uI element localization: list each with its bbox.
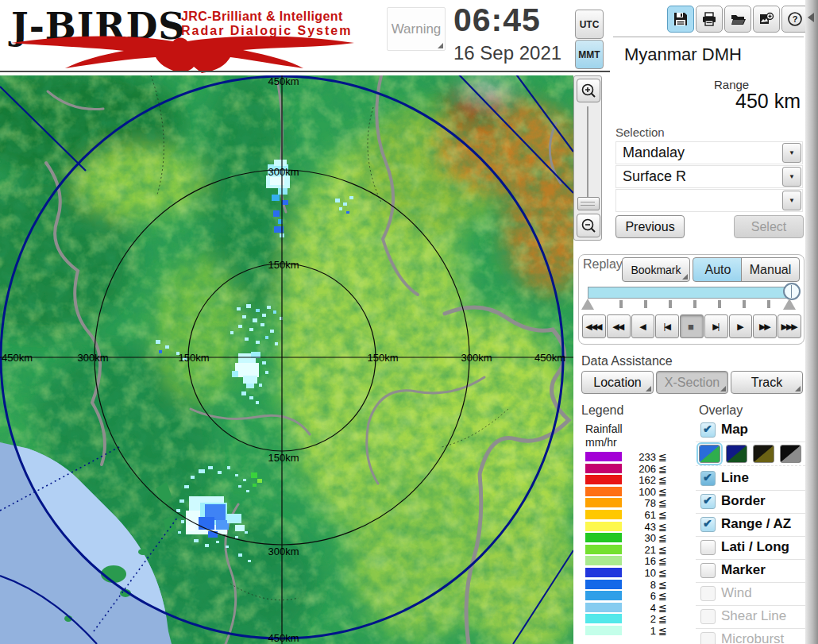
replay-progress-bar[interactable]: [588, 287, 797, 299]
overlay-row-line[interactable]: Line: [696, 467, 805, 491]
map-style-black-gray[interactable]: [780, 445, 801, 463]
clock-time: 06:45: [453, 2, 541, 39]
map-checkbox[interactable]: [700, 422, 716, 438]
save-button[interactable]: [667, 6, 694, 33]
overlay-row-range-az[interactable]: Range / AZ: [696, 513, 805, 537]
eagle-icon: [8, 35, 357, 73]
replay-label: Replay: [583, 257, 623, 272]
slider-tick: [669, 300, 672, 308]
overlay-row-map[interactable]: Map: [696, 418, 805, 442]
stop-button[interactable]: ■: [680, 314, 704, 338]
legend-row: 162≦: [578, 474, 686, 485]
bookmark-button[interactable]: Bookmark: [622, 257, 690, 282]
data-assistance-label: Data Assistance: [581, 354, 673, 368]
legend-row: 61≦: [578, 509, 686, 520]
mmt-button[interactable]: MMT: [575, 40, 604, 69]
slider-tick: [743, 300, 746, 308]
zoom-slider-track[interactable]: [587, 106, 588, 208]
border-checkbox[interactable]: [700, 494, 716, 509]
map-style-navy-darkgreen[interactable]: [726, 445, 747, 463]
open-folder-button[interactable]: [724, 6, 751, 33]
manual-mode-button[interactable]: Manual: [741, 257, 800, 282]
site-dropdown[interactable]: Mandalay ▼: [615, 141, 803, 164]
overlay-row-lati-long[interactable]: Lati / Long: [696, 536, 805, 560]
overlay-list: Map Line Border Range / AZ Lati / Long M…: [696, 418, 805, 644]
range-start-marker[interactable]: [581, 299, 594, 310]
jbirds-logo: J-BIRDS JRC-Brilliant & Intelligent Rada…: [8, 3, 373, 71]
x-section-button[interactable]: X-Section: [656, 371, 728, 394]
zoom-out-icon: [581, 218, 596, 233]
previous-button[interactable]: Previous: [615, 215, 685, 238]
line-checkbox[interactable]: [700, 471, 716, 486]
zoom-slider-handle[interactable]: [577, 197, 600, 210]
play-button[interactable]: ▶: [729, 314, 753, 338]
shear-line-checkbox: [700, 609, 716, 624]
station-name: Myanmar DMH: [624, 44, 804, 70]
panel-collapse-strip[interactable]: [805, 0, 818, 644]
range-label-h150-left: 150km: [178, 352, 209, 364]
panel-divider: [613, 37, 804, 37]
step-forward-button[interactable]: ▶|: [704, 314, 728, 338]
fast-forward-2-button[interactable]: ▶▶: [753, 314, 777, 338]
map-style-black-olive[interactable]: [753, 445, 774, 463]
legend-row: 8≦: [578, 579, 686, 590]
legend-row: 21≦: [578, 544, 686, 555]
legend-row: 1≦: [578, 625, 686, 636]
range-label-v150-top: 150km: [268, 259, 299, 271]
step-backward-button[interactable]: |◀: [655, 314, 679, 338]
legend-row: 2≦: [578, 613, 686, 624]
track-button[interactable]: Track: [731, 371, 803, 394]
overlay-row-microburst: Microburst: [696, 628, 805, 644]
map-style-blue-green[interactable]: [699, 445, 720, 463]
range-value: 450 km: [707, 90, 801, 113]
print-icon: [701, 11, 717, 27]
legend-unit-line2: mm/hr: [585, 436, 617, 449]
play-backward-button[interactable]: ◀: [631, 314, 655, 338]
range-az-checkbox[interactable]: [700, 517, 716, 532]
chevron-down-icon[interactable]: ▼: [782, 167, 801, 187]
wind-checkbox: [700, 586, 716, 601]
legend-row: 16≦: [578, 555, 686, 566]
legend-unit-line1: Rainfall: [585, 422, 623, 435]
open-folder-icon: [730, 11, 746, 27]
product-dropdown[interactable]: Surface R ▼: [615, 165, 803, 188]
location-button[interactable]: Location: [581, 371, 654, 394]
range-end-marker[interactable]: [783, 299, 796, 310]
legend-row: 206≦: [578, 463, 686, 474]
zoom-out-button[interactable]: [577, 214, 600, 237]
select-button[interactable]: Select: [734, 215, 804, 238]
print-button[interactable]: [696, 6, 723, 33]
range-label-h450-left: 450km: [2, 352, 33, 364]
overlay-title: Overlay: [699, 403, 743, 418]
fast-rewind-3-button[interactable]: ◀◀◀: [582, 314, 606, 338]
export-image-button[interactable]: [753, 6, 780, 33]
popup-corner-icon: [720, 386, 726, 391]
auto-mode-button[interactable]: Auto: [693, 257, 743, 282]
range-label-h150-right: 150km: [367, 352, 398, 364]
svg-text:?: ?: [793, 14, 798, 24]
help-button[interactable]: ?: [781, 6, 808, 33]
range-display: Range 450 km: [613, 75, 804, 114]
radar-map[interactable]: 450km 300km 150km 150km 300km 450km 450k…: [0, 75, 573, 644]
legend-row: 4≦: [578, 602, 686, 613]
utc-button[interactable]: UTC: [575, 10, 604, 39]
chevron-down-icon[interactable]: ▼: [782, 143, 801, 163]
zoom-in-button[interactable]: [577, 79, 600, 102]
overlay-row-border[interactable]: Border: [696, 490, 805, 514]
overlay-row-marker[interactable]: Marker: [696, 559, 805, 583]
map-zoom-control: [573, 75, 602, 241]
popup-corner-icon: [682, 274, 688, 280]
marker-checkbox[interactable]: [700, 563, 716, 578]
overlay-row-shear-line: Shear Line: [696, 605, 805, 629]
lati-long-checkbox[interactable]: [700, 540, 716, 555]
extra-dropdown[interactable]: ▼: [615, 189, 803, 212]
save-icon: [673, 11, 689, 27]
fast-forward-3-button[interactable]: ▶▶▶: [777, 314, 801, 338]
replay-progress-handle[interactable]: [783, 283, 801, 300]
warning-button[interactable]: Warning: [387, 7, 446, 51]
slider-tick: [644, 300, 647, 308]
product-dropdown-value: Surface R: [623, 168, 686, 185]
range-label-v450-top: 450km: [268, 75, 299, 87]
fast-rewind-2-button[interactable]: ◀◀: [607, 314, 631, 338]
chevron-down-icon[interactable]: ▼: [782, 191, 801, 210]
